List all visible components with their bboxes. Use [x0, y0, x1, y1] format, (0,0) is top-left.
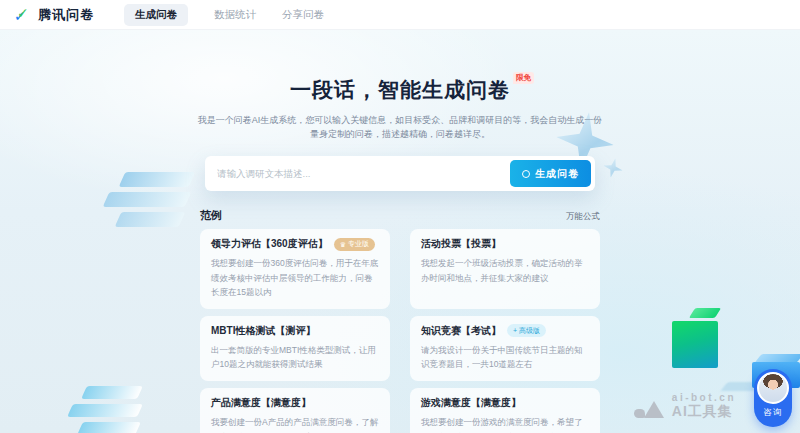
watermark-domain: ai-bot.cn: [672, 392, 736, 403]
hero-subtitle-line2: 量身定制的问卷，描述越精确，问卷越详尽。: [0, 127, 800, 141]
pro-version-badge-label: 专业版: [348, 239, 369, 249]
hero-subtitle: 我是一个问卷AI生成系统，您可以输入关键信息，如目标受众、品牌和调研目的等，我会…: [0, 113, 800, 141]
generate-circle-icon: [522, 170, 530, 178]
example-card-quiz[interactable]: 知识竞赛【考试】 + 高级版 请为我设计一份关于中国传统节日主题的知识竞赛题目，…: [410, 316, 600, 381]
tab-share-survey[interactable]: 分享问卷: [282, 8, 324, 22]
universal-formula-link[interactable]: 万能公式: [566, 211, 600, 223]
example-card-desc: 我要创建一份A产品的产品满意度问卷，了解用户对该产品的功能、内容、体验、性能、品…: [211, 415, 379, 433]
example-card-title: MBTI性格测试【测评】: [211, 324, 315, 338]
consultant-avatar: [757, 372, 789, 404]
example-card-product-satisfaction[interactable]: 产品满意度【满意度】 我要创建一份A产品的产品满意度问卷，了解用户对该产品的功能…: [200, 388, 390, 433]
examples-heading: 范例: [200, 208, 222, 223]
ai-bot-logo-icon: [634, 394, 664, 420]
example-card-title: 产品满意度【满意度】: [211, 396, 311, 410]
example-card-title: 知识竞赛【考试】: [421, 324, 501, 338]
advanced-version-badge-label: 高级版: [519, 326, 540, 336]
example-card-desc: 我想要创建一份360度评估问卷，用于在年底绩效考核中评估中层领导的工作能力，问卷…: [211, 256, 379, 300]
advanced-version-badge: + 高级版: [507, 324, 546, 337]
example-card-vote[interactable]: 活动投票【投票】 我想发起一个班级活动投票，确定活动的举办时间和地点，并征集大家…: [410, 229, 600, 309]
plus-icon: +: [513, 327, 517, 334]
generate-button-label: 生成问卷: [535, 167, 579, 181]
crown-icon: ♛: [340, 241, 346, 248]
tab-generate-survey[interactable]: 生成问卷: [124, 4, 188, 26]
example-card-title: 领导力评估【360度评估】: [211, 237, 328, 251]
generate-survey-button[interactable]: 生成问卷: [510, 160, 591, 187]
tab-data-statistics[interactable]: 数据统计: [214, 8, 256, 22]
ai-bot-watermark: ai-bot.cn AI工具集: [634, 392, 736, 421]
example-card-desc: 我想发起一个班级活动投票，确定活动的举办时间和地点，并征集大家的建议: [421, 256, 589, 285]
limited-free-badge: 限免: [513, 72, 534, 84]
hero-subtitle-line1: 我是一个问卷AI生成系统，您可以输入关键信息，如目标受众、品牌和调研目的等，我会…: [0, 113, 800, 127]
example-cards-grid: 领导力评估【360度评估】 ♛ 专业版 我想要创建一份360度评估问卷，用于在年…: [200, 229, 600, 433]
examples-section: 范例 万能公式 领导力评估【360度评估】 ♛ 专业版 我想要创建一份360度评…: [200, 208, 600, 433]
nav-tabs: 生成问卷 数据统计 分享问卷: [124, 4, 324, 26]
consult-label: 咨询: [764, 407, 783, 419]
brand-name: 腾讯问卷: [38, 6, 94, 24]
survey-description-input[interactable]: [217, 168, 510, 179]
example-card-desc: 请为我设计一份关于中国传统节日主题的知识竞赛题目，一共10道题左右: [421, 343, 589, 372]
pro-version-badge: ♛ 专业版: [334, 238, 375, 251]
hero-section: 一段话，智能生成问卷 限免 我是一个问卷AI生成系统，您可以输入关键信息，如目标…: [0, 30, 800, 141]
page-title: 一段话，智能生成问卷: [290, 78, 510, 101]
decor-sparkle-small: [601, 156, 625, 180]
example-card-desc: 出一套简版的专业MBTI性格类型测试，让用户10题之内就能获得测试结果: [211, 343, 379, 372]
example-card-mbti[interactable]: MBTI性格测试【测评】 出一套简版的专业MBTI性格类型测试，让用户10题之内…: [200, 316, 390, 381]
example-card-title: 游戏满意度【满意度】: [421, 396, 521, 410]
example-card-game-satisfaction[interactable]: 游戏满意度【满意度】 我想要创建一份游戏的满意度问卷，希望了解玩家对该游戏的满意…: [410, 388, 600, 433]
tencent-survey-check-icon: ✓ ✓: [14, 7, 32, 23]
watermark-name: AI工具集: [672, 403, 736, 421]
top-navbar: ✓ ✓ 腾讯问卷 生成问卷 数据统计 分享问卷: [0, 0, 800, 30]
brand-logo[interactable]: ✓ ✓ 腾讯问卷: [14, 6, 94, 24]
example-card-title: 活动投票【投票】: [421, 237, 501, 251]
consult-float-button[interactable]: 咨询: [754, 369, 792, 427]
app-window: ✓ ✓ 腾讯问卷 生成问卷 数据统计 分享问卷: [0, 0, 800, 433]
example-card-desc: 我想要创建一份游戏的满意度问卷，希望了解玩家对该游戏的满意度，了解玩家的游戏习惯…: [421, 415, 589, 433]
survey-prompt-bar: 生成问卷: [205, 156, 595, 191]
main-content: 一段话，智能生成问卷 限免 我是一个问卷AI生成系统，您可以输入关键信息，如目标…: [0, 30, 800, 433]
example-card-leadership[interactable]: 领导力评估【360度评估】 ♛ 专业版 我想要创建一份360度评估问卷，用于在年…: [200, 229, 390, 309]
